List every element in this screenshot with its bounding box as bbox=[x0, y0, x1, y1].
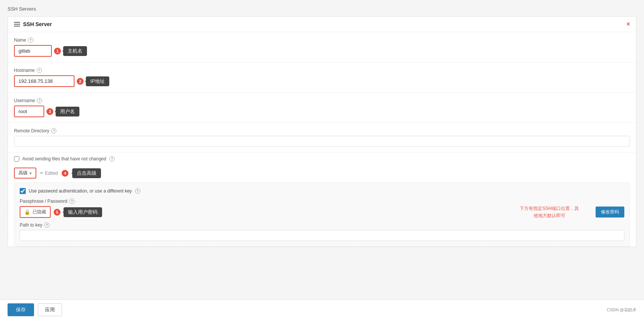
name-tooltip: 主机名 bbox=[63, 46, 87, 56]
username-tooltip: 用户名 bbox=[56, 107, 79, 117]
lock-icon: 🔒 bbox=[24, 209, 30, 215]
use-password-help-icon[interactable]: ? bbox=[135, 188, 140, 194]
page-title: SSH Servers bbox=[8, 6, 636, 12]
username-annotation-row: 3 用户名 bbox=[14, 106, 630, 117]
password-input-wrap[interactable]: 🔒 已隐藏 bbox=[20, 206, 51, 218]
path-section: Path to key ? bbox=[20, 222, 624, 241]
advanced-row: 高级 ∨ ✏ Edited 4 点击高级 bbox=[8, 165, 636, 182]
close-button[interactable]: × bbox=[627, 21, 630, 27]
ssh-server-card: SSH Server × Name ? 1 主机名 Hostnam bbox=[8, 16, 636, 247]
footer-buttons: 保存 应用 bbox=[8, 303, 62, 316]
advanced-tooltip: 点击高级 bbox=[72, 168, 101, 178]
hostname-tooltip: IP地址 bbox=[86, 76, 109, 86]
change-password-button[interactable]: 修改密码 bbox=[596, 207, 624, 217]
name-section: Name ? 1 主机名 bbox=[8, 32, 636, 62]
username-section: Username ? 3 用户名 bbox=[8, 93, 636, 123]
passphrase-section: Passphrase / Password ? 🔒 已隐藏 5 输入用户密码 下… bbox=[20, 199, 624, 241]
use-password-label: Use password authentication, or use a di… bbox=[29, 188, 132, 194]
advanced-label: 高级 bbox=[19, 170, 28, 176]
passphrase-help-icon[interactable]: ? bbox=[69, 199, 74, 204]
card-header: SSH Server × bbox=[8, 17, 636, 32]
password-row: 🔒 已隐藏 5 输入用户密码 下方有指定SSH端口位置，其 他地方默认即可 修改… bbox=[20, 206, 624, 218]
footer: 保存 应用 CSDN @花睨术 bbox=[0, 299, 644, 320]
name-input[interactable] bbox=[14, 45, 52, 57]
use-password-row: Use password authentication, or use a di… bbox=[20, 188, 624, 194]
card-body: Name ? 1 主机名 Hostname ? 2 IP地址 bbox=[8, 32, 636, 247]
name-badge: 1 bbox=[54, 48, 61, 54]
hostname-section: Hostname ? 2 IP地址 bbox=[8, 62, 636, 93]
passphrase-label: Passphrase / Password ? bbox=[20, 199, 624, 204]
remote-dir-help-icon[interactable]: ? bbox=[51, 128, 56, 134]
remote-dir-label: Remote Directory ? bbox=[14, 128, 630, 134]
avoid-checkbox-row: Avoid sending files that have not change… bbox=[8, 152, 636, 165]
hostname-label: Hostname ? bbox=[14, 68, 630, 73]
username-badge: 3 bbox=[47, 108, 53, 115]
advanced-badge: 4 bbox=[62, 170, 68, 177]
path-input[interactable] bbox=[20, 230, 624, 241]
save-button[interactable]: 保存 bbox=[8, 303, 34, 316]
pencil-icon: ✏ bbox=[40, 171, 43, 176]
password-tooltip: 输入用户密码 bbox=[64, 207, 102, 217]
advanced-button[interactable]: 高级 ∨ bbox=[14, 168, 36, 179]
name-label: Name ? bbox=[14, 37, 630, 43]
avoid-checkbox[interactable] bbox=[14, 156, 19, 162]
hostname-annotation-row: 2 IP地址 bbox=[14, 75, 630, 87]
username-input[interactable] bbox=[14, 106, 44, 117]
chevron-down-icon: ∨ bbox=[29, 171, 32, 175]
remote-dir-section: Remote Directory ? bbox=[8, 123, 636, 152]
advanced-section: Use password authentication, or use a di… bbox=[14, 182, 630, 247]
username-label: Username ? bbox=[14, 98, 630, 103]
ssh-port-callout: 下方有指定SSH端口位置，其 他地方默认即可 bbox=[520, 205, 579, 219]
name-annotation-row: 1 主机名 bbox=[14, 45, 630, 57]
name-help-icon[interactable]: ? bbox=[28, 37, 33, 43]
card-title: SSH Server bbox=[23, 21, 52, 27]
hostname-badge: 2 bbox=[77, 78, 84, 85]
watermark: CSDN @花睨术 bbox=[607, 307, 636, 313]
hamburger-icon[interactable] bbox=[14, 22, 20, 26]
hidden-label: 已隐藏 bbox=[33, 209, 46, 215]
path-help-icon[interactable]: ? bbox=[44, 222, 50, 228]
apply-button[interactable]: 应用 bbox=[38, 303, 62, 316]
edited-text: ✏ Edited bbox=[40, 171, 58, 176]
card-header-left: SSH Server bbox=[14, 21, 52, 27]
remote-dir-input[interactable] bbox=[14, 136, 630, 147]
path-label: Path to key ? bbox=[20, 222, 624, 228]
hostname-help-icon[interactable]: ? bbox=[37, 68, 42, 73]
use-password-checkbox[interactable] bbox=[20, 188, 26, 194]
username-help-icon[interactable]: ? bbox=[37, 98, 42, 103]
password-badge: 5 bbox=[54, 209, 61, 216]
avoid-help-icon[interactable]: ? bbox=[109, 156, 115, 162]
hostname-input[interactable] bbox=[14, 75, 74, 87]
avoid-label: Avoid sending files that have not change… bbox=[22, 156, 106, 162]
